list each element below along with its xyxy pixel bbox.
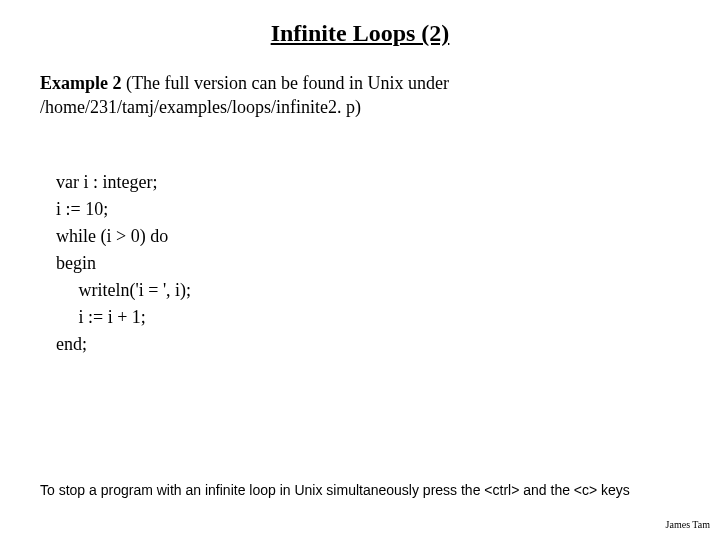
slide-content: Infinite Loops (2) Example 2 (The full v…	[0, 0, 720, 540]
code-line: i := 10;	[56, 199, 108, 219]
code-line: while (i > 0) do	[56, 226, 168, 246]
author-credit: James Tam	[666, 519, 710, 530]
footer-note: To stop a program with an infinite loop …	[40, 482, 630, 498]
slide-title: Infinite Loops (2)	[40, 20, 680, 47]
code-line: end;	[56, 334, 87, 354]
code-line: var i : integer;	[56, 172, 157, 192]
example-label: Example 2	[40, 73, 122, 93]
code-line: begin	[56, 253, 96, 273]
example-intro: Example 2 (The full version can be found…	[40, 71, 680, 120]
code-line: writeln('i = ', i);	[56, 280, 191, 300]
code-line: i := i + 1;	[56, 307, 146, 327]
code-block: var i : integer; i := 10; while (i > 0) …	[56, 142, 680, 358]
